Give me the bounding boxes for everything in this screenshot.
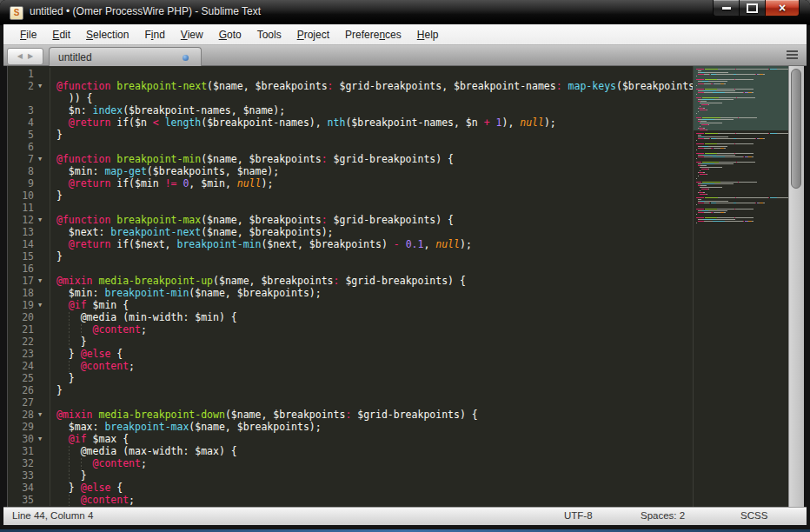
code-line[interactable]: @content; — [50, 323, 694, 336]
code-line[interactable] — [50, 68, 694, 80]
fold-arrow-icon[interactable]: ▼ — [34, 409, 46, 421]
gutter-row: 16 — [8, 263, 48, 275]
tab-back-icon[interactable]: ◀ — [17, 53, 23, 60]
fold-arrow-icon[interactable]: ▼ — [34, 275, 46, 287]
menu-item-edit[interactable]: Edit — [44, 26, 78, 43]
code-line[interactable]: @function breakpoint-next($name, $breakp… — [50, 80, 694, 92]
gutter-row: 15 — [8, 250, 48, 263]
code-line[interactable]: $max: breakpoint-max($name, $breakpoints… — [50, 421, 694, 433]
minimap-line — [696, 132, 788, 134]
code-line[interactable]: } — [50, 190, 694, 202]
minimize-button[interactable] — [713, 0, 739, 17]
menu-item-view[interactable]: View — [173, 26, 211, 43]
code-line[interactable]: } @else { — [50, 348, 694, 360]
fold-arrow-icon[interactable]: ▼ — [34, 214, 46, 226]
code-line[interactable]: $next: breakpoint-next($name, $breakpoin… — [50, 226, 694, 238]
line-number: 9 — [8, 177, 34, 190]
code-line[interactable]: @function breakpoint-min($name, $breakpo… — [50, 153, 694, 165]
line-number: 31 — [8, 445, 34, 457]
code-line[interactable]: } @else { — [50, 482, 694, 494]
code-line[interactable]: @return if($min != 0, $min, null); — [50, 177, 694, 190]
gutter-row: 5 — [8, 129, 48, 141]
line-number: 1 — [8, 68, 34, 80]
gutter-row: 22 — [8, 336, 48, 348]
code-line[interactable] — [50, 141, 694, 153]
gutter-row: 19▼ — [8, 299, 48, 311]
menu-item-goto[interactable]: Goto — [211, 26, 249, 43]
code-line[interactable]: @content; — [50, 360, 694, 372]
menu-item-project[interactable]: Project — [289, 26, 337, 43]
code-line[interactable]: )) { — [50, 92, 694, 104]
minimap-line — [696, 196, 788, 198]
line-number: 18 — [8, 287, 34, 299]
line-number: 32 — [8, 457, 34, 469]
code-line[interactable]: @return if($next, breakpoint-min($next, … — [50, 238, 694, 250]
gutter-row: 1 — [8, 68, 48, 80]
menu-item-tools[interactable]: Tools — [249, 26, 289, 43]
code-line[interactable]: } — [50, 336, 694, 348]
code-line[interactable]: } — [50, 384, 694, 396]
code-line[interactable]: @media (max-width: $max) { — [50, 445, 694, 457]
code-line[interactable]: @if $max { — [50, 433, 694, 445]
gutter-row: 20 — [8, 311, 48, 323]
line-number: 13 — [8, 226, 34, 238]
code-line[interactable]: @mixin media-breakpoint-down($name, $bre… — [50, 409, 694, 421]
code-line[interactable]: @media (min-width: $min) { — [50, 311, 694, 323]
editor[interactable]: 12▼34567▼89101112▼1314151617▼1819▼202122… — [7, 66, 804, 507]
fold-arrow-icon[interactable]: ▼ — [34, 299, 46, 311]
fold-arrow-icon[interactable]: ▼ — [34, 153, 46, 165]
menu-item-help[interactable]: Help — [409, 26, 447, 43]
window-controls: × — [713, 0, 800, 17]
tab-bar: ◀ ▶ untitled — [3, 45, 807, 66]
code-line[interactable]: } — [50, 250, 694, 263]
app-icon: S — [10, 6, 23, 20]
fold-arrow-icon[interactable]: ▼ — [34, 80, 46, 92]
code-line[interactable]: @function breakpoint-max($name, $breakpo… — [50, 214, 694, 226]
minimap-line — [696, 129, 707, 130]
tab-forward-icon[interactable]: ▶ — [28, 53, 33, 60]
title-bar[interactable]: S untitled • (Omer ProcessWire PHP) - Su… — [0, 0, 810, 25]
code-line[interactable]: @return if($n < length($breakpoint-names… — [50, 116, 694, 129]
code-line[interactable]: } — [50, 469, 694, 482]
gutter-row: 26 — [8, 384, 48, 396]
tab-label: untitled — [58, 51, 92, 63]
code-line[interactable]: $n: index($breakpoint-names, $name); — [50, 104, 694, 116]
tab-untitled[interactable]: untitled — [49, 47, 202, 66]
menu-item-preferences[interactable]: Preferences — [337, 26, 409, 43]
maximize-button[interactable] — [739, 0, 765, 17]
line-number: 26 — [8, 384, 34, 396]
close-button[interactable]: × — [765, 0, 800, 17]
minimap[interactable] — [693, 66, 788, 507]
encoding-indicator[interactable]: UTF-8 — [564, 510, 593, 521]
minimize-icon — [722, 7, 731, 10]
gutter-row: 17▼ — [8, 275, 48, 287]
code-line[interactable] — [50, 263, 694, 275]
gutter-row: 13 — [8, 226, 48, 238]
vertical-scrollbar[interactable] — [788, 66, 804, 507]
line-number: 19 — [8, 299, 34, 311]
gutter-row: 24 — [8, 360, 48, 372]
code-line[interactable]: $min: breakpoint-min($name, $breakpoints… — [50, 287, 694, 299]
menu-item-selection[interactable]: Selection — [78, 26, 136, 43]
tab-overflow-menu-icon[interactable] — [787, 50, 798, 59]
scrollbar-thumb[interactable] — [791, 69, 801, 189]
menu-item-find[interactable]: Find — [136, 26, 172, 43]
minimap-line — [696, 202, 765, 203]
indentation-indicator[interactable]: Spaces: 2 — [641, 510, 685, 521]
gutter-row — [8, 92, 48, 104]
minimap-line — [696, 220, 754, 222]
code-line[interactable]: } — [50, 372, 694, 384]
code-line[interactable] — [50, 396, 694, 409]
code-line[interactable]: $min: map-get($breakpoints, $name); — [50, 165, 694, 177]
line-number: 21 — [8, 323, 34, 336]
menu-item-file[interactable]: File — [12, 26, 44, 43]
code-line[interactable]: @content; — [50, 457, 694, 469]
code-line[interactable]: @if $min { — [50, 299, 694, 311]
code-line[interactable]: @content; — [50, 494, 694, 506]
fold-arrow-icon[interactable]: ▼ — [34, 433, 46, 445]
code-line[interactable]: } — [50, 129, 694, 141]
code-line[interactable] — [50, 202, 694, 214]
syntax-indicator[interactable]: SCSS — [740, 510, 767, 521]
line-number: 6 — [8, 141, 34, 153]
code-line[interactable]: @mixin media-breakpoint-up($name, $break… — [50, 275, 694, 287]
